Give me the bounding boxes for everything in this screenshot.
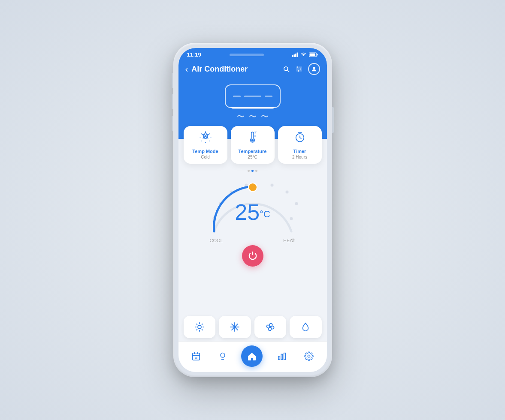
svg-rect-64 bbox=[281, 354, 283, 360]
svg-rect-1 bbox=[293, 54, 295, 57]
settings-icon bbox=[304, 351, 314, 361]
sun-mode-btn[interactable] bbox=[184, 316, 216, 338]
timer-icon bbox=[294, 131, 306, 146]
dot-1 bbox=[248, 170, 250, 172]
temperature-icon: °C bbox=[247, 131, 258, 146]
chart-icon bbox=[277, 351, 287, 361]
phone-screen: 11:19 bbox=[178, 48, 327, 372]
svg-point-38 bbox=[290, 217, 293, 220]
svg-point-8 bbox=[297, 66, 299, 68]
dot-3 bbox=[255, 170, 257, 172]
wifi-icon bbox=[300, 52, 307, 57]
svg-point-39 bbox=[248, 183, 257, 192]
timer-value: 2 Hours bbox=[292, 155, 307, 159]
temp-mode-icon bbox=[200, 131, 212, 146]
status-icons bbox=[292, 52, 318, 57]
drop-mode-btn[interactable] bbox=[290, 316, 322, 338]
svg-point-12 bbox=[297, 70, 299, 72]
temp-unit: °C bbox=[260, 209, 270, 219]
nav-item-calendar[interactable]: 23 bbox=[188, 350, 204, 363]
svg-line-50 bbox=[202, 324, 202, 324]
svg-line-47 bbox=[197, 324, 197, 324]
dial-container[interactable]: − + 25°C bbox=[201, 176, 304, 244]
timer-card[interactable]: Timer 2 Hours bbox=[278, 126, 322, 164]
svg-line-20 bbox=[201, 141, 202, 141]
svg-rect-2 bbox=[295, 54, 296, 57]
svg-rect-0 bbox=[292, 55, 293, 57]
nav-item-bulb[interactable] bbox=[215, 349, 230, 363]
svg-point-56 bbox=[269, 326, 271, 328]
battery-icon bbox=[309, 52, 318, 57]
timer-label: Timer bbox=[293, 149, 306, 154]
sun-icon bbox=[194, 322, 205, 332]
signal-icon bbox=[292, 52, 298, 57]
temperature-card[interactable]: °C Temperature 25°C bbox=[231, 126, 275, 164]
svg-point-10 bbox=[299, 68, 301, 70]
svg-rect-65 bbox=[284, 353, 285, 360]
svg-rect-3 bbox=[296, 53, 298, 57]
fan-mode-btn[interactable] bbox=[254, 316, 287, 338]
temp-mode-label: Temp Mode bbox=[192, 149, 218, 154]
nav-item-home[interactable] bbox=[241, 345, 263, 367]
power-button[interactable] bbox=[242, 245, 263, 267]
svg-text:23: 23 bbox=[195, 357, 197, 359]
svg-point-42 bbox=[198, 325, 201, 329]
nav-item-settings[interactable] bbox=[301, 350, 317, 363]
snow-mode-btn[interactable] bbox=[219, 316, 251, 338]
svg-line-22 bbox=[201, 133, 202, 134]
search-icon[interactable] bbox=[282, 65, 290, 73]
calendar-icon: 23 bbox=[191, 351, 201, 361]
svg-point-66 bbox=[308, 355, 310, 357]
phone-shell: 11:19 bbox=[173, 43, 332, 377]
fan-icon bbox=[265, 322, 275, 332]
svg-text:°C: °C bbox=[254, 131, 257, 134]
status-time: 11:19 bbox=[187, 51, 201, 58]
temp-mode-value: Cold bbox=[201, 155, 210, 159]
dot-2 bbox=[251, 170, 254, 172]
svg-point-37 bbox=[295, 202, 298, 205]
header-left: ‹ Air Conditioner bbox=[185, 64, 248, 74]
back-button[interactable]: ‹ bbox=[185, 64, 188, 74]
svg-point-36 bbox=[285, 191, 288, 194]
nav-item-chart[interactable] bbox=[274, 350, 290, 363]
app-header: ‹ Air Conditioner bbox=[178, 60, 327, 80]
power-icon bbox=[248, 251, 257, 261]
svg-line-19 bbox=[209, 133, 209, 134]
svg-point-35 bbox=[270, 184, 273, 187]
temp-display: 25°C bbox=[235, 201, 270, 223]
thermostat-section: − + 25°C COOL HEAT bbox=[178, 164, 327, 311]
temperature-label: Temperature bbox=[239, 149, 267, 154]
filter-icon[interactable] bbox=[295, 65, 303, 73]
bulb-icon bbox=[218, 351, 227, 361]
temp-number: 25 bbox=[235, 200, 260, 225]
ac-unit bbox=[225, 84, 281, 108]
drop-icon bbox=[301, 322, 310, 332]
temperature-value: 25°C bbox=[248, 155, 257, 159]
svg-text:−: − bbox=[211, 236, 215, 243]
temp-mode-card[interactable]: Temp Mode Cold bbox=[184, 126, 227, 164]
dots-row bbox=[248, 170, 257, 172]
bottom-nav: 23 bbox=[178, 342, 327, 372]
status-bar: 11:19 bbox=[178, 48, 327, 60]
cards-row: Temp Mode Cold °C Temperature 25°C bbox=[178, 126, 327, 164]
svg-line-48 bbox=[202, 330, 202, 330]
snowflake-icon bbox=[230, 322, 240, 332]
svg-point-13 bbox=[313, 67, 315, 69]
status-notch bbox=[230, 54, 264, 56]
svg-point-23 bbox=[251, 139, 253, 141]
home-icon bbox=[247, 351, 257, 361]
svg-rect-5 bbox=[317, 54, 318, 56]
ac-vents: 〜 〜 〜 bbox=[237, 111, 269, 122]
mode-row bbox=[178, 311, 327, 342]
svg-rect-6 bbox=[309, 54, 315, 56]
app-title: Air Conditioner bbox=[191, 65, 248, 74]
svg-rect-63 bbox=[278, 356, 280, 360]
svg-line-49 bbox=[197, 330, 197, 330]
header-right bbox=[282, 63, 320, 75]
svg-text:+: + bbox=[291, 236, 295, 243]
svg-line-21 bbox=[209, 141, 209, 141]
profile-icon[interactable] bbox=[308, 63, 320, 75]
